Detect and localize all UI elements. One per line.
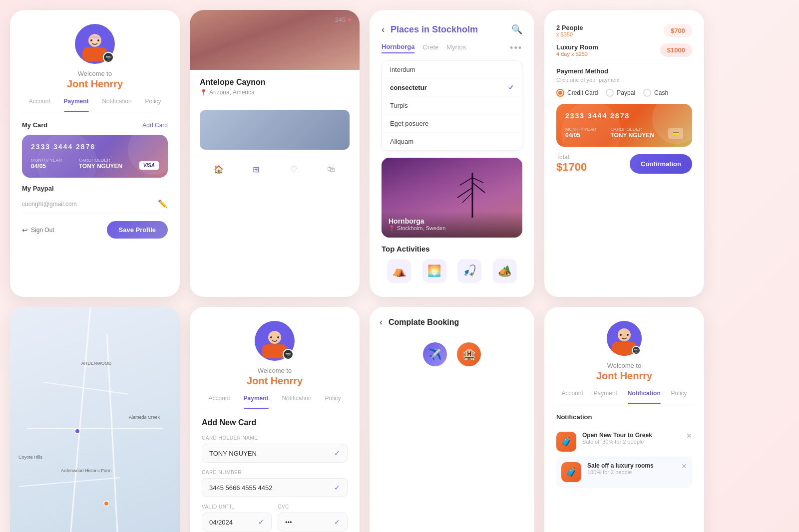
notif-welcome: Welcome to [556, 362, 692, 369]
notif-sub-1: 100% for 2 people [587, 469, 675, 475]
paypal-section: My Paypal cuonght@gmail.com ✏️ [22, 185, 168, 213]
add-card-tab-notification[interactable]: Notification [282, 395, 311, 405]
notif-content-1: Sale off a luxury rooms 100% for 2 peopl… [587, 462, 675, 475]
user-name: Jont Henrry [22, 78, 168, 90]
sign-out-icon: ↩ [22, 226, 28, 234]
dropdown-item-3[interactable]: Eget posuere [382, 115, 522, 133]
place-image-title: Hornborga [389, 217, 515, 225]
edit-icon[interactable]: ✏️ [158, 199, 168, 209]
notification-section-title: Notification [556, 413, 692, 421]
back-icon[interactable]: ‹ [382, 24, 385, 35]
search-icon[interactable]: 🔍 [511, 24, 522, 35]
tab-payment[interactable]: Payment [64, 98, 89, 108]
place-tab-myrtos[interactable]: Myrtos [446, 43, 466, 53]
dropdown-item-4[interactable]: Aliquam [382, 133, 522, 150]
add-card-name: Jont Henrry [202, 375, 348, 387]
tab-policy[interactable]: Policy [145, 98, 161, 108]
save-profile-button[interactable]: Save Profile [107, 221, 168, 239]
profile-action-row: ↩ Sign Out Save Profile [22, 221, 168, 239]
dropdown-item-1[interactable]: consectetur ✓ [382, 79, 522, 97]
paypal-email-row: cuonght@gmail.com ✏️ [22, 195, 168, 213]
card-number-input[interactable]: 3445 5666 4555 4452 ✓ [202, 478, 348, 497]
travel-card: 245 ♥ Antelope Caynon 📍 Arizona, America… [190, 10, 360, 297]
add-card-tabs: Account Payment Notification Policy [202, 395, 348, 409]
place-tab-hornborga[interactable]: Hornborga [382, 43, 414, 53]
travel-title: Antelope Caynon [200, 78, 350, 87]
add-card-camera-badge[interactable]: 📷 [283, 349, 294, 360]
radio-paypal[interactable]: Paypal [606, 89, 635, 97]
tab-notification[interactable]: Notification [102, 98, 131, 108]
total-amount: $1700 [556, 161, 587, 174]
notif-delete-1[interactable]: ✕ [681, 462, 687, 470]
place-image-location: 📍 Stockholm, Sweden [389, 225, 515, 232]
add-card-link[interactable]: Add Card [142, 122, 168, 129]
sign-out-button[interactable]: ↩ Sign Out [22, 226, 54, 234]
map-label-historic: Ardenwood Historic Farm [61, 468, 112, 473]
payment-summary-card: 2 People x $350 $700 Luxury Room 4 day x… [544, 10, 704, 297]
activity-fishing-icon[interactable]: 🎣 [457, 259, 481, 283]
total-row: Total: $1700 Confirmation [556, 154, 692, 174]
places-card: ‹ Places in Stockholm 🔍 Hornborga Crete … [370, 10, 534, 297]
heart-icon[interactable]: ♥ [348, 16, 352, 23]
radio-circle-cash [643, 89, 651, 97]
nav-home-icon[interactable]: 🏠 [212, 162, 226, 176]
payment-method-sub: Click one of your payment [556, 77, 692, 83]
booking-icon-1: ✈️ [423, 342, 447, 366]
total-info: Total: $1700 [556, 154, 587, 174]
add-card-tab-payment[interactable]: Payment [244, 395, 269, 405]
cvc-input[interactable]: ••• ✓ [278, 513, 348, 532]
svg-point-19 [620, 334, 622, 336]
confirmation-button[interactable]: Confirmation [630, 154, 692, 174]
dropdown-item-2[interactable]: Turpis [382, 97, 522, 115]
notif-avatar-wrap: 📷 [556, 321, 692, 356]
map-background: ARDENWOOD Coyote Hills Ardenwood Histori… [10, 307, 180, 532]
notif-item-1: 🧳 Sale off a luxury rooms 100% for 2 peo… [556, 457, 692, 488]
camera-badge[interactable]: 📷 [103, 52, 114, 63]
booking-header: ‹ Complate Booking [370, 307, 534, 337]
place-tab-crete[interactable]: Crete [422, 43, 438, 53]
map-pin-1[interactable] [74, 428, 80, 434]
activity-sunrise-icon[interactable]: 🌅 [422, 259, 446, 283]
nav-grid-icon[interactable]: ⊞ [249, 162, 263, 176]
nav-bag-icon[interactable]: 🛍 [324, 162, 338, 176]
radio-credit-card[interactable]: Credit Card [556, 89, 598, 97]
valid-until-input[interactable]: 04/2024 ✓ [202, 513, 272, 532]
svg-point-9 [277, 336, 279, 338]
notif-delete-0[interactable]: ✕ [686, 432, 692, 440]
cardholder-name-label: CARD HOLDER NAME [202, 435, 348, 441]
radio-cash[interactable]: Cash [643, 89, 668, 97]
svg-point-7 [268, 331, 281, 344]
notif-tab-account[interactable]: Account [561, 390, 583, 400]
tab-account[interactable]: Account [28, 98, 50, 108]
add-card-tab-policy[interactable]: Policy [325, 395, 341, 405]
places-header: ‹ Places in Stockholm 🔍 [382, 24, 522, 35]
places-dropdown: interdum consectetur ✓ Turpis Eget posue… [382, 60, 522, 151]
notif-tab-payment[interactable]: Payment [594, 390, 617, 400]
booking-icons: ✈️ 🏨 [370, 337, 534, 371]
dropdown-item-0[interactable]: interdum [382, 61, 522, 79]
notif-icon-1: 🧳 [561, 462, 581, 482]
map-label-coyote: Coyote Hills [18, 455, 42, 460]
notif-tabs: Account Payment Notification Policy [556, 390, 692, 404]
cardholder-name-input[interactable]: TONY NGUYEN ✓ [202, 444, 348, 463]
notif-tab-policy[interactable]: Policy [671, 390, 687, 400]
orange-credit-card: 2333 3444 2878 MONTH/ YEAR 04/05 CARDHOL… [556, 104, 692, 147]
credit-card-visual: 2333 3444 2878 MONTH/ YEAR 04/05 CARDHOL… [22, 135, 168, 178]
notif-camera-badge[interactable]: 📷 [632, 346, 641, 355]
room-label: Luxury Room [556, 43, 598, 51]
notif-tab-notification[interactable]: Notification [628, 390, 661, 400]
svg-point-20 [627, 334, 629, 336]
add-card-title: Add New Card [202, 418, 348, 427]
activity-tent-icon[interactable]: ⛺ [387, 259, 411, 283]
add-card-tab-account[interactable]: Account [208, 395, 230, 405]
booking-back-icon[interactable]: ‹ [380, 317, 383, 327]
paypal-label: My Paypal [22, 185, 168, 192]
map-pin-2[interactable] [103, 501, 109, 507]
nav-heart-icon[interactable]: ♡ [287, 162, 301, 176]
more-tabs-icon[interactable]: ••• [510, 43, 522, 53]
travel-location: 📍 Arizona, America [200, 89, 350, 96]
activity-camp-icon[interactable]: 🏕️ [493, 259, 517, 283]
people-price: $700 [664, 24, 692, 37]
travel-likes: 245 ♥ [335, 16, 352, 23]
cvc-check: ✓ [334, 518, 340, 526]
